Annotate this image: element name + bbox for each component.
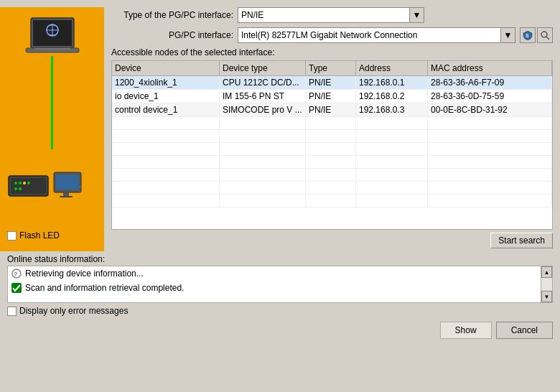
cancel-button[interactable]: Cancel xyxy=(496,322,553,339)
svg-point-9 xyxy=(14,182,17,185)
accessible-nodes-label: Accessible nodes of the selected interfa… xyxy=(111,47,553,57)
shield-icon: S xyxy=(523,30,533,40)
td-type: PN/IE xyxy=(306,90,356,103)
interface-type-value: PN/IE xyxy=(241,10,281,20)
bottom-section: Online status information: ? Retrieving … xyxy=(0,251,560,346)
td-type: PN/IE xyxy=(306,103,356,116)
svg-text:S: S xyxy=(526,33,529,38)
empty-row xyxy=(112,195,552,207)
status-box: ? Retrieving device information... Scan … xyxy=(7,266,553,303)
retrieve-text: Retrieving device information... xyxy=(25,269,144,279)
th-mac: MAC address xyxy=(428,61,552,75)
network-device: ... xyxy=(7,169,86,208)
svg-rect-18 xyxy=(60,196,73,197)
table-row[interactable]: io device_1 IM 155-6 PN ST PN/IE 192.168… xyxy=(112,90,552,103)
table-row[interactable]: 1200_4xiolink_1 CPU 1212C DC/D... PN/IE … xyxy=(112,76,552,90)
interface-type-select[interactable]: PN/IE ▼ xyxy=(238,7,424,23)
td-mac: 00-0E-8C-BD-31-92 xyxy=(428,103,552,116)
empty-row xyxy=(112,182,552,195)
search-icon-btn[interactable] xyxy=(537,27,553,43)
show-button[interactable]: Show xyxy=(440,322,492,339)
th-type: Type xyxy=(306,61,356,75)
td-address: 192.168.0.3 xyxy=(356,103,428,116)
svg-point-13 xyxy=(14,187,17,190)
flash-led-checkbox[interactable] xyxy=(7,231,17,241)
status-line-retrieve: ? Retrieving device information... xyxy=(8,266,552,281)
scroll-up-btn[interactable]: ▲ xyxy=(541,266,552,278)
interface-type-arrow[interactable]: ▼ xyxy=(409,8,424,22)
scroll-track xyxy=(541,278,552,291)
table-header: Device Device type Type Address MAC addr… xyxy=(112,61,552,76)
td-device-type: CPU 1212C DC/D... xyxy=(220,76,306,89)
td-device: control device_1 xyxy=(112,103,220,116)
empty-row xyxy=(112,143,552,156)
error-messages-checkbox[interactable] xyxy=(7,307,17,316)
retrieve-icon: ? xyxy=(11,268,22,279)
svg-point-11 xyxy=(23,182,26,185)
svg-text:?: ? xyxy=(14,271,18,278)
svg-line-22 xyxy=(546,37,549,39)
ok-text: Scan and information retrieval completed… xyxy=(25,283,184,293)
svg-rect-3 xyxy=(34,48,70,50)
cable-line xyxy=(51,56,53,149)
svg-rect-8 xyxy=(11,178,46,194)
top-section: ... Flash LED Type of the PG/PC interfac… xyxy=(0,0,560,251)
empty-row xyxy=(112,156,552,169)
th-device-type: Device type xyxy=(220,61,306,75)
td-mac: 28-63-36-A6-F7-09 xyxy=(428,76,552,89)
td-device: 1200_4xiolink_1 xyxy=(112,76,220,89)
th-address: Address xyxy=(356,61,428,75)
interface-arrow[interactable]: ▼ xyxy=(500,28,515,42)
table-row[interactable]: control device_1 SIMOCODE pro V ... PN/I… xyxy=(112,103,552,117)
interface-type-row: Type of the PG/PC interface: PN/IE ▼ xyxy=(111,7,553,23)
interface-label: PG/PC interface: xyxy=(111,30,233,40)
online-status-label: Online status information: xyxy=(7,254,553,264)
shield-icon-btn[interactable]: S xyxy=(520,27,536,43)
nodes-table: Device Device type Type Address MAC addr… xyxy=(111,60,553,230)
td-mac: 28-63-36-0D-75-59 xyxy=(428,90,552,103)
svg-point-21 xyxy=(541,32,547,37)
error-messages-label: Display only error messages xyxy=(19,306,128,316)
th-device: Device xyxy=(112,61,220,75)
flash-led-label: Flash LED xyxy=(19,230,60,241)
right-panel: Type of the PG/PC interface: PN/IE ▼ PG/… xyxy=(104,7,560,251)
left-panel: ... Flash LED xyxy=(0,7,104,251)
status-line-ok: Scan and information retrieval completed… xyxy=(8,281,552,295)
td-address: 192.168.0.1 xyxy=(356,76,428,89)
start-search-row: Start search xyxy=(111,230,553,251)
svg-rect-17 xyxy=(63,192,69,196)
start-search-button[interactable]: Start search xyxy=(490,233,553,248)
td-address: 192.168.0.2 xyxy=(356,90,428,103)
search-icon xyxy=(540,30,550,40)
svg-point-10 xyxy=(19,182,22,185)
status-scrollbar: ▲ ▼ xyxy=(541,266,552,302)
td-device-type: SIMOCODE pro V ... xyxy=(220,103,306,116)
svg-text:...: ... xyxy=(79,181,85,189)
interface-row: PG/PC interface: Intel(R) 82577LM Gigabi… xyxy=(111,27,553,43)
flash-led-row: Flash LED xyxy=(7,230,60,241)
ok-icon xyxy=(11,282,22,294)
empty-row xyxy=(112,130,552,143)
svg-point-14 xyxy=(19,187,22,190)
svg-rect-16 xyxy=(56,174,79,190)
td-device: io device_1 xyxy=(112,90,220,103)
svg-point-12 xyxy=(27,182,30,185)
interface-icons: S xyxy=(520,27,553,43)
interface-select[interactable]: Intel(R) 82577LM Gigabit Network Connect… xyxy=(238,27,515,43)
td-type: PN/IE xyxy=(306,76,356,89)
interface-type-label: Type of the PG/PC interface: xyxy=(111,10,233,20)
network-switch-svg: ... xyxy=(7,169,86,208)
dialog: ... Flash LED Type of the PG/PC interfac… xyxy=(0,0,560,392)
footer-buttons: Show Cancel xyxy=(7,319,553,343)
empty-row xyxy=(112,117,552,130)
interface-value: Intel(R) 82577LM Gigabit Network Connect… xyxy=(241,30,434,40)
error-checkbox-row: Display only error messages xyxy=(7,303,553,319)
empty-row xyxy=(112,169,552,182)
td-device-type: IM 155-6 PN ST xyxy=(220,90,306,103)
scroll-down-btn[interactable]: ▼ xyxy=(541,291,552,302)
